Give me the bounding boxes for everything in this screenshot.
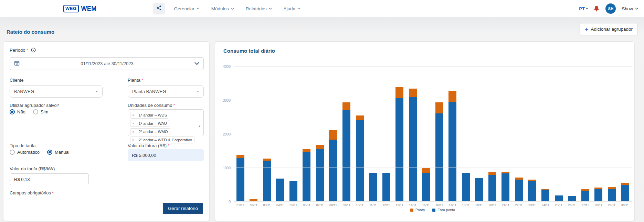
invoice-value-input[interactable]: R$ 5.000,00 <box>128 149 204 161</box>
radio-option-não[interactable]: Não <box>10 109 25 114</box>
fora-ponta-segment <box>316 149 324 202</box>
chip-label: 2º andar – WMO <box>136 130 170 134</box>
plant-value: Planta BANWEG <box>132 89 166 94</box>
bar-group-24/11: 24/11 <box>539 67 552 202</box>
ponta-segment <box>435 102 443 113</box>
ponta-segment <box>236 155 244 158</box>
tariff-value-input[interactable]: R$ 0,13 <box>10 173 89 185</box>
chevron-down-icon <box>197 8 200 10</box>
fora-ponta-segment <box>276 179 284 202</box>
legend-item-ponta[interactable]: Ponta <box>410 208 425 212</box>
chip-remove-icon[interactable]: × <box>130 112 136 118</box>
radio-icon <box>47 150 52 155</box>
generate-report-button[interactable]: Gerar relatório <box>163 203 203 214</box>
bar-group-03/11: 03/11 <box>260 67 274 202</box>
bar-group-20/11: 20/11 <box>486 67 499 202</box>
x-axis-tick: 15/11 <box>422 203 430 207</box>
stacked-bar <box>329 130 337 202</box>
legend-item-fora-ponta[interactable]: Fora ponta <box>432 208 455 212</box>
user-avatar[interactable]: SH <box>605 3 616 14</box>
consumption-units-box[interactable]: ×1ª andar – WDS×1º andar – WAU×2º andar … <box>128 109 204 136</box>
ponta-segment <box>395 87 403 98</box>
required-fields-note: Campos obrigatórios* <box>10 190 54 195</box>
legend-label: Ponta <box>415 208 425 212</box>
page-title: Rateio do consumo <box>7 29 54 35</box>
radio-label: Automático <box>17 150 40 155</box>
x-axis-tick: 17/11 <box>449 203 456 207</box>
stacked-bar <box>448 91 456 202</box>
x-axis-tick: 21/11 <box>502 203 509 207</box>
user-menu[interactable]: Show <box>622 6 638 11</box>
chip-label: 1º andar – WAU <box>136 121 169 125</box>
gridline <box>234 134 632 134</box>
client-select[interactable]: BANWEG ▼ <box>10 85 103 98</box>
add-agrupador-button[interactable]: + Adicionar agrupador <box>580 23 638 35</box>
x-axis-tick: 19/11 <box>475 203 483 207</box>
period-value: 01/11/2023 até 30/11/2023 <box>20 61 194 66</box>
x-axis-tick: 27/11 <box>581 203 589 207</box>
y-axis-tick: 1000 <box>223 166 231 170</box>
fora-ponta-segment <box>342 110 350 202</box>
unit-chip: ×1ª andar – WDS <box>130 112 169 119</box>
fora-ponta-segment <box>515 180 523 202</box>
stacked-bar <box>568 196 576 202</box>
legend-swatch <box>410 209 413 212</box>
nav-item-ajuda[interactable]: Ajuda <box>284 6 301 11</box>
nav-item-módulos[interactable]: Módulos <box>211 6 234 11</box>
main-nav: GerenciarMódulosRelatóriosAjuda <box>174 6 300 11</box>
plant-label: Planta* <box>128 78 143 83</box>
x-axis-tick: 01/11 <box>236 203 244 207</box>
x-axis-tick: 29/11 <box>608 203 615 207</box>
caret-down-icon: ▼ <box>198 125 201 128</box>
add-agrupador-label: Adicionar agrupador <box>591 27 633 32</box>
bar-group-10/11: 10/11 <box>353 67 367 202</box>
fora-ponta-segment <box>409 97 417 202</box>
info-icon[interactable] <box>31 48 36 53</box>
caret-down-icon: ▾ <box>586 7 588 10</box>
header-right: PT ▾ SH Show <box>579 3 638 14</box>
period-date-input[interactable]: 13 01/11/2023 até 30/11/2023 <box>10 57 204 70</box>
radio-option-automático[interactable]: Automático <box>10 150 40 155</box>
bar-group-11/11: 11/11 <box>366 67 380 202</box>
radio-option-manual[interactable]: Manual <box>47 150 70 155</box>
fora-ponta-segment <box>435 113 443 202</box>
nav-item-gerenciar[interactable]: Gerenciar <box>174 6 199 11</box>
nav-item-relatórios[interactable]: Relatórios <box>246 6 272 11</box>
chip-remove-icon[interactable]: × <box>130 137 136 143</box>
bar-group-05/11: 05/11 <box>287 67 300 202</box>
fora-ponta-segment <box>289 181 297 202</box>
period-label: Período* <box>10 48 36 53</box>
fora-ponta-segment <box>448 102 456 202</box>
stacked-bar <box>502 172 509 202</box>
x-axis-tick: 05/11 <box>289 203 297 207</box>
bar-group-09/11: 09/11 <box>340 67 353 202</box>
notifications-bell-icon[interactable] <box>593 6 600 12</box>
fora-ponta-segment <box>303 152 310 202</box>
fora-ponta-segment <box>621 185 629 202</box>
fora-ponta-segment <box>462 173 470 202</box>
x-axis-tick: 24/11 <box>542 203 549 207</box>
fora-ponta-segment <box>422 173 430 202</box>
x-axis-tick: 23/11 <box>528 203 536 207</box>
chevron-down-icon <box>231 8 234 10</box>
radio-option-sim[interactable]: Sim <box>33 109 48 114</box>
bar-group-01/11: 01/11 <box>234 67 247 202</box>
stacked-bar <box>541 189 549 202</box>
y-axis-tick: 0 <box>229 200 231 204</box>
stacked-bar <box>409 89 417 202</box>
stacked-bar <box>236 155 244 202</box>
stacked-bar <box>303 149 310 202</box>
stacked-bar <box>621 183 629 202</box>
chip-remove-icon[interactable]: × <box>130 129 136 135</box>
bar-group-21/11: 21/11 <box>499 67 513 202</box>
y-axis-tick: 2000 <box>223 132 231 136</box>
plant-select[interactable]: Planta BANWEG ▼ <box>128 85 204 98</box>
weg-wem-logo[interactable]: WEG WEM <box>63 5 96 12</box>
tariff-type-label: Tipo de tarifa <box>10 143 35 148</box>
chip-remove-icon[interactable]: × <box>130 120 136 127</box>
language-label: PT <box>579 6 585 11</box>
language-selector[interactable]: PT ▾ <box>579 6 588 11</box>
stacked-bar <box>382 173 390 202</box>
x-axis-tick: 30/11 <box>621 203 629 207</box>
share-button[interactable] <box>153 3 165 14</box>
